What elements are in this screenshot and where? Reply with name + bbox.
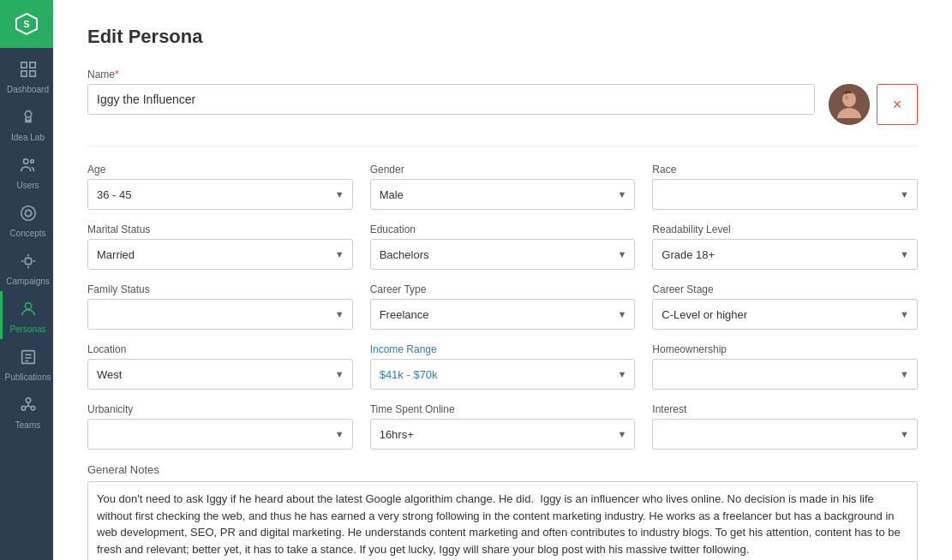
svg-point-6 [25,111,31,117]
marital-field: Marital Status SingleMarriedDivorcedWido… [87,223,353,270]
sidebar-item-publications[interactable]: Publications [0,339,53,387]
career-stage-label: Career Stage [652,283,918,295]
svg-rect-3 [29,63,34,68]
svg-rect-2 [21,63,26,68]
svg-point-8 [23,159,28,164]
svg-line-23 [28,406,31,407]
gender-select[interactable]: MaleFemaleNon-binaryOther [370,179,636,210]
lifestyle-row: Urbanicity UrbanSuburbanRural ▼ Time Spe… [87,403,918,450]
delete-avatar-button[interactable]: × [877,84,918,125]
homeownership-label: Homeownership [652,343,918,355]
svg-rect-5 [29,71,34,76]
svg-point-13 [25,303,31,309]
marital-select[interactable]: SingleMarriedDivorcedWidowed [87,239,353,270]
svg-point-25 [842,92,856,107]
sidebar-item-personas[interactable]: Personas [0,291,53,339]
urbanicity-field: Urbanicity UrbanSuburbanRural ▼ [87,403,353,450]
sidebar-item-teams[interactable]: Teams [0,387,53,435]
location-label: Location [87,343,353,355]
avatar [829,84,870,125]
main-content: Edit Persona Name* × [53,0,952,560]
svg-point-19 [21,406,26,410]
svg-rect-12 [25,258,31,264]
race-select[interactable]: WhiteBlack or African American Hispanic … [652,179,918,210]
svg-point-26 [845,96,848,100]
career-type-field: Career Type UnemployedStudentPart-time F… [370,283,636,330]
homeownership-field: Homeownership RenterHomeowner ▼ [652,343,918,390]
race-label: Race [652,164,918,176]
svg-rect-7 [26,121,31,122]
family-select[interactable]: No ChildrenChildren at homeGrown Childre… [87,299,353,330]
location-field: Location NortheastSoutheastMidwest South… [87,343,353,390]
sidebar-item-campaigns[interactable]: Campaigns [0,243,53,291]
age-select[interactable]: 36 - 45 Under 1818 - 2526 - 35 46 - 5556… [87,179,353,210]
svg-point-10 [25,210,31,216]
divider-1 [87,146,918,146]
svg-point-20 [31,406,35,410]
svg-text:S: S [23,19,29,29]
readability-select[interactable]: Grade 1-3Grade 4-6Grade 7-9 Grade 10-12G… [652,239,918,270]
gender-field: Gender MaleFemaleNon-binaryOther ▼ [370,164,636,210]
app-logo[interactable]: S [0,0,53,48]
notes-label: General Notes [87,463,918,476]
name-label: Name* [87,69,815,80]
urbanicity-select[interactable]: UrbanSuburbanRural [87,419,353,450]
name-field-group: Name* [87,69,815,115]
demographics-row: Age 36 - 45 Under 1818 - 2526 - 35 46 - … [87,164,918,210]
svg-line-22 [25,406,27,407]
readability-label: Readability Level [652,223,918,235]
sidebar-item-users[interactable]: Users [0,147,53,195]
avatar-area: × [829,69,918,125]
name-input[interactable] [87,84,815,115]
background-row: Marital Status SingleMarriedDivorcedWido… [87,223,918,270]
gender-label: Gender [370,164,636,176]
age-field: Age 36 - 45 Under 1818 - 2526 - 35 46 - … [87,164,353,210]
svg-point-11 [21,206,35,221]
race-field: Race WhiteBlack or African American Hisp… [652,164,918,210]
career-row: Family Status No ChildrenChildren at hom… [87,283,918,330]
career-stage-select[interactable]: Entry LevelMid LevelSenior Level Manager… [652,299,918,330]
marital-label: Marital Status [87,223,353,235]
location-select[interactable]: NortheastSoutheastMidwest SouthwestWest [87,359,353,390]
age-label: Age [87,164,353,176]
education-field: Education High SchoolSome CollegeAssocia… [370,223,636,270]
sidebar-item-idea-lab[interactable]: Idea Lab [0,99,53,147]
homeownership-select[interactable]: RenterHomeowner [652,359,918,390]
family-field: Family Status No ChildrenChildren at hom… [87,283,353,330]
sidebar: S Dashboard Idea Lab Users [0,0,53,560]
interest-label: Interest [652,403,918,415]
career-stage-field: Career Stage Entry LevelMid LevelSenior … [652,283,918,330]
svg-point-18 [26,398,31,403]
family-label: Family Status [87,283,353,295]
interest-field: Interest ArtsBusinessEducation Entertain… [652,403,918,450]
education-select[interactable]: High SchoolSome CollegeAssociates Bachel… [370,239,636,270]
notes-textarea[interactable]: You don't need to ask Iggy if he heard a… [87,481,918,560]
location-row: Location NortheastSoutheastMidwest South… [87,343,918,390]
time-online-field: Time Spent Online Under 1hr1-4hrs5-8hrs … [370,403,636,450]
notes-section: General Notes You don't need to ask Iggy… [87,463,918,560]
page-title: Edit Persona [87,26,918,48]
name-row: Name* × [87,69,918,125]
income-select[interactable]: Under $20k$20k - $40k $41k - $70k$71k - … [370,359,636,390]
readability-field: Readability Level Grade 1-3Grade 4-6Grad… [652,223,918,270]
sidebar-item-concepts[interactable]: Concepts [0,195,53,243]
income-field: Income Range Under $20k$20k - $40k $41k … [370,343,636,390]
income-label: Income Range [370,343,636,355]
time-online-select[interactable]: Under 1hr1-4hrs5-8hrs 9-12hrs13-16hrs16h… [370,419,636,450]
career-type-select[interactable]: UnemployedStudentPart-time Full-timeFree… [370,299,636,330]
career-type-label: Career Type [370,283,636,295]
urbanicity-label: Urbanicity [87,403,353,415]
education-label: Education [370,223,636,235]
svg-rect-4 [21,71,26,76]
sidebar-item-dashboard[interactable]: Dashboard [0,51,53,99]
interest-select[interactable]: ArtsBusinessEducation EntertainmentHealt… [652,419,918,450]
time-online-label: Time Spent Online [370,403,636,415]
svg-point-9 [30,160,33,164]
